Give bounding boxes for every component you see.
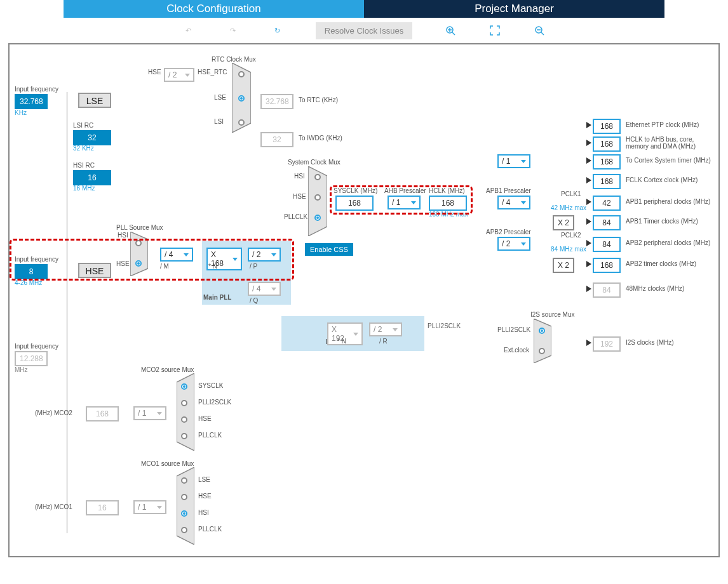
hse-freq-input[interactable]: 8 — [15, 264, 48, 279]
rtc-hse-div[interactable]: / 2 — [164, 68, 194, 82]
lbl-pll-hse: HSE — [116, 260, 130, 267]
mco1-div[interactable]: / 1 — [133, 500, 166, 514]
tab-spacer-r — [664, 0, 728, 18]
pll-m-drop[interactable]: / 4 — [160, 248, 193, 262]
sysclk-val[interactable]: 168 — [335, 196, 374, 211]
lbl-apb2: APB2 Prescaler — [486, 229, 531, 236]
rtc-radio-hse[interactable] — [238, 71, 245, 77]
mco2-r1[interactable] — [181, 400, 187, 406]
sys-radio-hsi[interactable] — [314, 174, 321, 180]
lbl-apb2-t: APB2 timer clocks (MHz) — [626, 260, 696, 267]
pll-radio-hse[interactable] — [135, 260, 142, 267]
pll-radio-hsi[interactable] — [135, 240, 142, 246]
lbl-rtc-lse: LSE — [214, 94, 226, 101]
mco2-div[interactable]: / 1 — [133, 406, 166, 420]
apb2-x2: X 2 — [553, 258, 574, 273]
eth-val: 168 — [593, 119, 621, 134]
tab-bar: Clock Configuration Project Manager — [0, 0, 728, 18]
lbl-pll-m: / M — [160, 263, 169, 270]
lbl-i2s-freq: Input frequency — [15, 343, 58, 350]
lbl-i2s-ext: Ext.clock — [504, 347, 529, 354]
apb2-t-val: 168 — [593, 258, 621, 273]
svg-line-5 — [541, 32, 544, 35]
lbl-hsi: HSI RC — [73, 162, 95, 169]
apb1-p-val: 42 — [593, 196, 621, 211]
mco1-r1[interactable] — [181, 494, 187, 500]
toolbar: ↶ ↷ ↻ Resolve Clock Issues — [0, 18, 728, 43]
lbl-hclk-ahb: HCLK to AHB bus, core, memory and DMA (M… — [626, 136, 708, 150]
i2s-radio-pll[interactable] — [539, 328, 545, 334]
rtc-radio-lsi[interactable] — [238, 119, 245, 126]
mco1-opt2: HSI — [198, 509, 209, 516]
lbl-i2s-out: I2S clocks (MHz) — [626, 339, 674, 346]
mco1-opt0: LSE — [198, 476, 210, 483]
hse-box: HSE — [78, 263, 111, 278]
sys-radio-hse[interactable] — [314, 194, 321, 201]
mco1-r2[interactable] — [181, 510, 187, 517]
lbl-plli2s-r: / R — [379, 338, 388, 345]
fclk-val: 168 — [593, 174, 621, 189]
mco2-r2[interactable] — [181, 416, 187, 423]
i2s-val: 192 — [593, 336, 621, 352]
lse-freq-input[interactable]: 32.768 — [15, 94, 48, 109]
lbl-rtc-to: To RTC (KHz) — [299, 96, 338, 103]
resolve-clock-button[interactable]: Resolve Clock Issues — [316, 22, 412, 39]
mco2-r3[interactable] — [181, 433, 187, 439]
lbl-sys-pllclk: PLLCLK — [284, 213, 307, 220]
lbl-apb1: APB1 Prescaler — [486, 187, 531, 194]
apb1-div[interactable]: / 4 — [497, 196, 530, 209]
lbl-clk48: 48MHz clocks (MHz) — [626, 285, 684, 292]
apb1-x2: X 2 — [553, 215, 574, 230]
i2s-radio-ext[interactable] — [539, 348, 545, 354]
lbl-lsi: LSI RC — [73, 122, 93, 129]
lbl-apb1-t: APB1 Timer clocks (MHz) — [626, 218, 698, 225]
enable-css-button[interactable]: Enable CSS — [305, 243, 353, 256]
mco1-val: 16 — [86, 500, 119, 515]
lbl-iwdg-to: To IWDG (KHz) — [299, 135, 342, 142]
ahb-drop[interactable]: / 1 — [388, 196, 421, 209]
lbl-mco1-mux: MCO1 source Mux — [141, 460, 194, 467]
sys-radio-pllclk[interactable] — [314, 215, 321, 221]
cortex-div[interactable]: / 1 — [497, 154, 530, 168]
lbl-ahb: AHB Prescaler — [384, 187, 426, 194]
hclk-val[interactable]: 168 — [429, 196, 467, 211]
mco1-r3[interactable] — [181, 527, 187, 533]
hclk-ahb-val: 168 — [593, 136, 621, 152]
redo-icon[interactable]: ↷ — [227, 24, 239, 37]
lbl-pll-q: / Q — [250, 297, 258, 304]
undo-icon[interactable]: ↶ — [182, 24, 195, 37]
zoom-in-icon[interactable] — [444, 24, 457, 37]
lbl-lse-freq: Input frequency — [15, 86, 58, 93]
lbl-sys-mux: System Clock Mux — [288, 159, 340, 166]
lbl-apb2-p: APB2 peripheral clocks (MHz) — [626, 239, 710, 246]
lbl-plli2sclk: PLLI2SCLK — [428, 322, 461, 329]
lbl-sysclk: SYSCLK (MHz) — [334, 187, 377, 194]
plli2s-r[interactable]: / 2 — [369, 322, 402, 336]
mco2-r0[interactable] — [181, 383, 187, 390]
tab-project-manager[interactable]: Project Manager — [364, 0, 664, 18]
refresh-icon[interactable]: ↻ — [271, 24, 284, 37]
mco2-opt1: PLLI2SCLK — [198, 399, 231, 406]
pll-q[interactable]: / 4 — [248, 282, 281, 296]
lbl-eth: Ethernet PTP clock (MHz) — [626, 121, 699, 128]
lbl-pclk1-max: 42 MHz max — [551, 204, 586, 211]
lbl-hclk-max: 168 MHz max — [429, 211, 468, 218]
lbl-hclk: HCLK (MHz) — [429, 187, 465, 194]
zoom-out-icon[interactable] — [533, 24, 546, 37]
lbl-hse-unit: 4-26 MHz — [15, 279, 42, 286]
lbl-sys-hsi: HSI — [294, 173, 305, 180]
lbl-pll-n: * N — [208, 263, 217, 270]
pll-p[interactable]: / 2 — [248, 248, 281, 262]
lbl-apb1-p: APB1 peripheral clocks (MHz) — [626, 198, 710, 205]
lbl-mco1: (MHz) MCO1 — [35, 503, 72, 510]
i2s-freq-input[interactable]: 12.288 — [15, 351, 48, 366]
fit-icon[interactable] — [489, 24, 501, 37]
tab-clock-config[interactable]: Clock Configuration — [64, 0, 364, 18]
lbl-fclk: FCLK Cortex clock (MHz) — [626, 176, 698, 183]
tab-spacer — [0, 0, 64, 18]
lbl-pclk2: PCLK2 — [561, 232, 581, 239]
lbl-hse-rtc: HSE_RTC — [198, 69, 227, 76]
rtc-radio-lse[interactable] — [238, 95, 245, 102]
apb2-div[interactable]: / 2 — [497, 237, 530, 251]
mco1-r0[interactable] — [181, 477, 187, 484]
